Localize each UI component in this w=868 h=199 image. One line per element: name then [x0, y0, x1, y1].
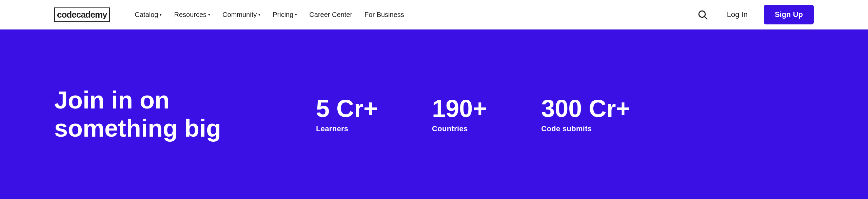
hero-title-line1: Join in on — [54, 86, 170, 114]
resources-label: Resources — [174, 11, 206, 19]
stat-code-submits-label: Code submits — [541, 124, 592, 133]
stat-learners-number: 5 Cr+ — [316, 95, 378, 122]
hero-title: Join in on something big — [54, 86, 221, 142]
nav-item-community[interactable]: Community ▾ — [218, 8, 265, 21]
svg-point-0 — [699, 11, 705, 17]
navbar-left: codecademy Catalog ▾ Resources ▾ Communi… — [54, 7, 409, 22]
logo[interactable]: codecademy — [54, 7, 110, 22]
resources-chevron-icon: ▾ — [208, 13, 210, 17]
svg-line-1 — [705, 17, 707, 19]
pricing-chevron-icon: ▾ — [295, 13, 297, 17]
stat-learners: 5 Cr+ Learners — [316, 95, 378, 133]
signup-button[interactable]: Sign Up — [764, 5, 814, 24]
stat-countries: 190+ Countries — [432, 95, 487, 133]
hero-stats: 5 Cr+ Learners 190+ Countries 300 Cr+ Co… — [316, 95, 630, 133]
community-chevron-icon: ▾ — [258, 13, 260, 17]
hero-title-line2: something big — [54, 115, 221, 142]
logo-cademy-text: cademy — [76, 9, 107, 20]
login-button[interactable]: Log In — [722, 7, 753, 22]
nav-menu: Catalog ▾ Resources ▾ Community ▾ Pricin… — [130, 8, 409, 21]
navbar: codecademy Catalog ▾ Resources ▾ Communi… — [0, 0, 868, 29]
nav-item-career-center[interactable]: Career Center — [304, 8, 357, 21]
stat-countries-label: Countries — [432, 124, 468, 133]
community-label: Community — [222, 11, 257, 19]
nav-item-resources[interactable]: Resources ▾ — [169, 8, 215, 21]
hero-section: Join in on something big 5 Cr+ Learners … — [0, 29, 868, 199]
hero-title-block: Join in on something big — [54, 86, 221, 142]
catalog-label: Catalog — [135, 11, 158, 19]
stat-code-submits-number: 300 Cr+ — [541, 95, 630, 122]
search-button[interactable] — [694, 6, 711, 23]
stat-code-submits: 300 Cr+ Code submits — [541, 95, 630, 133]
pricing-label: Pricing — [273, 11, 293, 19]
logo-code-text: code — [57, 9, 76, 20]
nav-item-catalog[interactable]: Catalog ▾ — [130, 8, 167, 21]
nav-item-pricing[interactable]: Pricing ▾ — [268, 8, 302, 21]
navbar-right: Log In Sign Up — [694, 5, 814, 24]
stat-countries-number: 190+ — [432, 95, 487, 122]
search-icon — [697, 9, 708, 20]
catalog-chevron-icon: ▾ — [160, 13, 162, 17]
stat-learners-label: Learners — [316, 124, 348, 133]
logo-box: codecademy — [54, 7, 110, 22]
nav-item-for-business[interactable]: For Business — [360, 8, 409, 21]
